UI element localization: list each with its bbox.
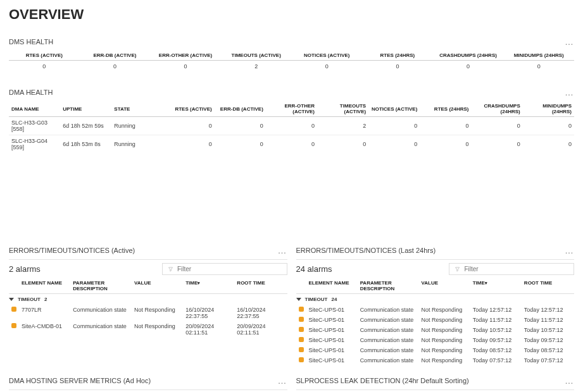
alarm-row[interactable]: SiteA-CMDB-01Communication stateNot Resp… [9,321,287,338]
alarm-col-header[interactable]: ELEMENT NAME [309,280,359,291]
dms-col-header[interactable]: ERR-OTHER (ACTIVE) [150,51,221,61]
alarm-col-header[interactable]: ROOT TIME [524,280,574,291]
alarm-col-header[interactable]: VALUE [422,280,472,291]
dms-col-header[interactable]: CRASHDUMPS (24HRS) [433,51,504,61]
dma-col-header[interactable]: NOTICES (ACTIVE) [368,101,420,117]
alarm-cell: Not Responding [422,337,472,343]
timeout-group-active[interactable]: TIMEOUT 2 [9,294,287,305]
alarm-cell: SiteC-UPS-01 [309,357,359,364]
alarm-col-header[interactable]: ELEMENT NAME [22,280,72,291]
alarm-cell: Today 07:57:12 [473,357,523,364]
table-row[interactable]: SLC-H33-G03 [558]6d 18h 52m 59sRunning00… [9,117,574,135]
errors-active-menu[interactable]: … [278,245,287,255]
alarm-row[interactable]: SiteC-UPS-01Communication stateNot Respo… [296,325,575,335]
dma-health-table: DMA NAMEUPTIMESTATERTES (ACTIVE)ERR-DB (… [9,101,574,153]
dma-col-header[interactable]: ERR-DB (ACTIVE) [215,101,266,117]
alarm-cell: SiteC-UPS-01 [309,347,359,353]
errors-active-alarm-count: 2 alarms [9,264,41,274]
alarm-cell: 16/10/2024 22:37:55 [185,307,235,319]
dms-col-header[interactable]: TIMEOUTS (ACTIVE) [221,51,292,61]
dms-col-header[interactable]: NOTICES (ACTIVE) [292,51,363,61]
errors-24h-title: ERRORS/TIMEOUTS/NOTICES (Last 24hrs) [296,247,436,254]
dma-col-header[interactable]: STATE [111,101,163,117]
alarm-cell: Not Responding [422,327,472,333]
dma-health-menu[interactable]: … [565,87,574,97]
alarm-row[interactable]: SiteC-UPS-01Communication stateNot Respo… [296,345,575,355]
errors-active-filter-input[interactable] [177,266,282,273]
alarm-cell: 16/10/2024 22:37:55 [237,307,287,319]
dma-col-header[interactable]: RTES (24HRS) [420,101,471,117]
dms-cell: 0 [362,61,433,73]
hosting-panel: DMA HOSTING SERVER METRICS (Ad Hoc) … CO… [9,372,287,392]
dma-col-header[interactable]: UPTIME [60,101,111,117]
dma-cell: 0 [523,135,574,154]
alarm-row[interactable]: SiteC-UPS-01Communication stateNot Respo… [296,355,575,365]
alarm-col-header[interactable]: TIME▾ [473,280,523,291]
table-row[interactable]: SLC-H33-G04 [559]6d 18h 53m 8sRunning000… [9,135,574,154]
alarm-cell: Not Responding [422,307,472,313]
dma-col-header[interactable]: TIMEOUTS (ACTIVE) [317,101,368,117]
dms-cell: 0 [80,61,151,73]
alarm-row[interactable]: SiteC-UPS-01Communication stateNot Respo… [296,315,575,325]
dma-cell: 0 [368,117,420,135]
alarm-col-header[interactable]: PARAMETER DESCRIPTION [360,280,420,291]
errors-24h-filter-input[interactable] [464,266,568,273]
errors-active-panel: ERRORS/TIMEOUTS/NOTICES (Active) … 2 ala… [9,242,287,365]
alarm-row[interactable]: SiteC-UPS-01Communication stateNot Respo… [296,335,575,345]
dma-cell: 2 [317,117,368,135]
alarm-cell: Communication state [360,317,420,323]
dms-health-section: DMS HEALTH … RTES (ACTIVE)ERR-DB (ACTIVE… [9,34,574,72]
alarm-cell: Communication state [360,337,420,343]
dma-cell: Running [111,117,163,135]
timeout-group-count: 24 [332,297,337,302]
alarm-cell: 20/09/2024 02:11:51 [237,323,287,336]
errors-24h-panel: ERRORS/TIMEOUTS/NOTICES (Last 24hrs) … 2… [296,242,575,365]
alarm-cell: Today 12:57:12 [524,307,574,313]
dms-cell: 0 [433,61,504,73]
alarm-cell: 20/09/2024 02:11:51 [185,323,235,336]
alarm-row[interactable]: 7707LRCommunication stateNot Responding1… [9,305,287,321]
dma-col-header[interactable]: DMA NAME [9,101,60,117]
alarm-cell: Today 11:57:12 [524,317,574,323]
dms-cell: 0 [9,61,80,73]
dma-cell: 0 [317,135,368,154]
alarm-col-header[interactable]: VALUE [134,280,184,291]
dma-cell: 0 [472,135,523,154]
dma-col-header[interactable]: ERR-OTHER (ACTIVE) [266,101,317,117]
hosting-menu[interactable]: … [278,376,287,386]
alarm-cell: Today 12:57:12 [473,307,523,313]
dms-col-header[interactable]: ERR-DB (ACTIVE) [80,51,151,61]
dma-cell: 0 [420,117,471,135]
alarm-cell: SiteC-UPS-01 [309,307,359,313]
leak-menu[interactable]: … [565,376,574,386]
alarm-col-header[interactable]: PARAMETER DESCRIPTION [73,280,133,291]
alarm-severity-dot [299,307,304,312]
errors-active-filter[interactable] [162,263,287,275]
errors-24h-filter[interactable] [449,263,574,275]
alarm-cell: Communication state [360,307,420,313]
alarm-severity-dot [299,357,304,362]
alarm-cell: Today 07:57:12 [524,357,574,364]
alarm-col-header[interactable]: TIME▾ [185,280,235,291]
alarm-row[interactable]: SiteC-UPS-01Communication stateNot Respo… [296,305,575,315]
alarm-cell: Not Responding [134,323,184,336]
dms-col-header[interactable]: RTES (ACTIVE) [9,51,80,61]
dma-col-header[interactable]: RTES (ACTIVE) [163,101,215,117]
errors-24h-menu[interactable]: … [565,245,574,255]
timeout-group-24h[interactable]: TIMEOUT 24 [296,294,575,305]
dma-col-header[interactable]: MINIDUMPS (24HRS) [523,101,574,117]
dms-health-menu[interactable]: … [565,37,574,47]
alarm-severity-dot [299,337,304,342]
dma-col-header[interactable]: CRASHDUMPS (24HRS) [472,101,523,117]
alarm-cell: Not Responding [422,357,472,364]
dma-cell: 0 [215,135,266,154]
alarm-col-header[interactable]: ROOT TIME [237,280,287,291]
dma-cell: SLC-H33-G04 [559] [9,135,60,154]
dms-col-header[interactable]: MINIDUMPS (24HRS) [503,51,574,61]
chevron-down-icon [9,298,14,301]
dms-col-header[interactable]: RTES (24HRS) [362,51,433,61]
dms-cell: 0 [292,61,363,73]
dma-cell: 6d 18h 53m 8s [60,135,111,154]
leak-title: SLPROCESS LEAK DETECTION (24hr Default S… [296,377,469,384]
alarm-severity-dot [11,307,16,312]
